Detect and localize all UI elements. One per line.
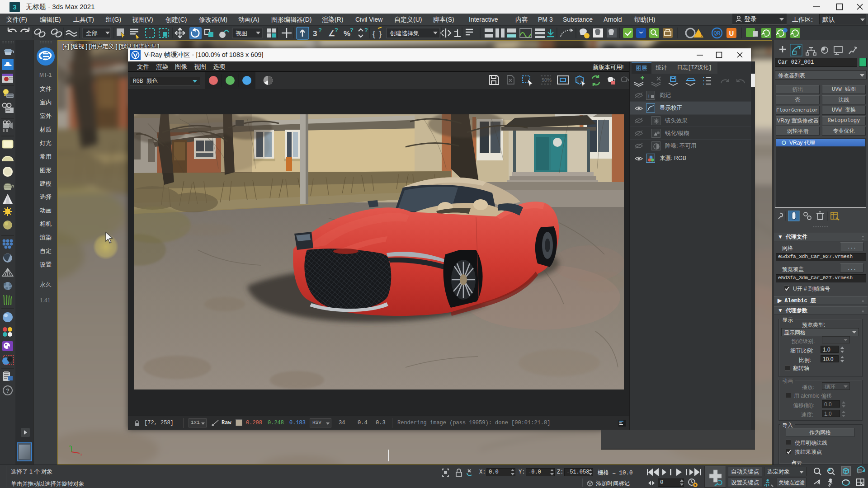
- svg-text:创建选择集: 创建选择集: [390, 30, 419, 37]
- svg-text:}: }: [379, 29, 382, 38]
- svg-text:?: ?: [318, 27, 322, 33]
- svg-text:%: %: [344, 29, 350, 38]
- svg-text:!: !: [701, 32, 703, 38]
- svg-text:3: 3: [13, 3, 16, 11]
- svg-text:视图: 视图: [236, 30, 247, 37]
- svg-text:?: ?: [335, 27, 338, 33]
- svg-text:{: {: [373, 29, 375, 38]
- svg-text:QR: QR: [714, 31, 721, 36]
- svg-text:3: 3: [313, 29, 317, 38]
- svg-text:?: ?: [6, 387, 9, 394]
- svg-text:全部: 全部: [86, 30, 98, 37]
- svg-text:?: ?: [364, 27, 368, 33]
- svg-text:U: U: [729, 29, 734, 37]
- svg-text:50%: 50%: [542, 77, 552, 83]
- svg-text:i: i: [648, 94, 649, 99]
- svg-text:z: z: [69, 444, 71, 447]
- svg-text:∠: ∠: [328, 29, 335, 38]
- svg-text:x: x: [80, 453, 82, 455]
- svg-text:?: ?: [350, 27, 354, 33]
